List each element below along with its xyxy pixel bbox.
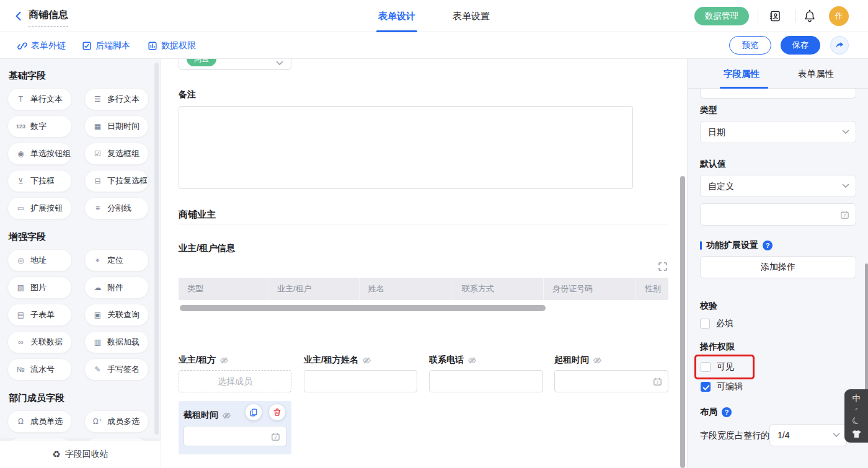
save-button[interactable]: 保存 [781,36,820,55]
sidebar-item-number[interactable]: 123数字 [7,115,72,138]
subform-icon: ▤ [16,311,26,319]
tab-form-settings[interactable]: 表单设置 [453,0,490,32]
sidebar-scrollbar[interactable] [154,63,159,435]
editable-checkbox[interactable] [701,382,711,392]
chevron-down-icon [842,130,849,135]
sidebar-item-signature[interactable]: ✎手写签名 [84,358,149,381]
field-width-select[interactable]: 1/4 [769,424,847,446]
help-icon[interactable]: ? [763,241,773,250]
sidebar-item-multi-line-text[interactable]: ☰多行文本 [84,88,149,110]
remark-textarea[interactable] [179,106,633,189]
column-header: 身份证号码 [544,278,636,300]
form-external-link-label: 表单外链 [31,40,66,51]
avatar[interactable]: 作 [829,6,849,26]
notifications-button[interactable] [802,8,818,24]
language-toggle[interactable]: 中 [852,394,861,402]
type-select[interactable]: 日期 [700,121,856,143]
sidebar-item-address[interactable]: ◎地址 [7,249,72,272]
dark-mode-moon-icon[interactable]: ☾ [851,415,862,427]
column-header: 联系方式 [453,278,544,300]
form-canvas: 闲置 备注 商铺业主 业主/租户信息 类型 业主/租户 姓名 联系方式 身份证号… [161,59,687,468]
calendar-icon: 7 [271,432,280,441]
default-date-input[interactable]: 7 [700,203,856,226]
owner-name-input[interactable] [304,370,417,392]
serial-number-icon: № [16,365,26,374]
sidebar-item-data-load[interactable]: ▥数据加载 [84,331,149,353]
eye-off-icon [593,356,602,365]
sidebar-item-linked-query[interactable]: ▣关联查询 [84,304,149,326]
extension-settings-label: 功能扩展设置 [706,240,758,251]
visible-checkbox[interactable] [701,362,711,372]
sidebar-item-locate[interactable]: ⌖定位 [84,249,149,272]
tab-form-properties[interactable]: 表单属性 [798,59,834,89]
sidebar-item-image[interactable]: ▧图片 [7,276,72,299]
required-checkbox-row[interactable]: 必填 [700,318,733,329]
phone-field-label: 联系电话 [429,355,477,366]
lease-end-field-selected[interactable]: 截租时间 7 [179,401,291,454]
sidebar-item-checkbox-group[interactable]: ☑复选框组 [84,143,149,165]
bell-icon [802,9,817,24]
sidebar-item-radio-group[interactable]: ◉单选按钮组 [7,143,72,165]
required-label: 必填 [716,318,733,329]
add-action-button[interactable]: 添加操作 [700,256,856,278]
subform-horizontal-scrollbar[interactable] [180,305,546,311]
gender-mini-icon: ♂ [854,407,859,412]
backend-script-link[interactable]: 后端脚本 [82,32,130,59]
default-value-select[interactable]: 自定义 [700,175,856,197]
translate-extension-widget[interactable]: 中 ♂ ☾ [844,389,868,443]
visible-label: 可见 [717,361,734,373]
preview-button[interactable]: 预览 [729,36,771,55]
tab-field-properties[interactable]: 字段属性 [724,59,760,89]
header-divider [758,10,758,22]
sidebar-item-member-single[interactable]: Ω成员单选 [7,410,72,433]
sidebar-item-dropdown[interactable]: ⊻下拉框 [7,170,72,192]
sidebar-item-single-line-text[interactable]: T单行文本 [7,88,72,110]
back-button[interactable] [11,9,26,24]
copy-field-button[interactable] [246,404,262,420]
editable-checkbox-row[interactable]: 可编辑 [701,381,743,392]
form-external-link[interactable]: 表单外链 [17,32,66,59]
lease-end-date-input[interactable]: 7 [184,426,286,446]
subform-expand-button[interactable] [657,261,668,272]
permission-label: 操作权限 [700,342,735,353]
sidebar-item-multi-dropdown[interactable]: ⊟下拉复选框 [84,170,149,192]
data-manage-button[interactable]: 数据管理 [694,7,749,25]
sidebar-item-extend-button[interactable]: ▭扩展按钮 [7,197,72,219]
sidebar-item-datetime[interactable]: ▦日期时间 [84,115,149,138]
sidebar-item-attachment[interactable]: ☁附件 [84,276,149,299]
visible-checkbox-row[interactable]: 可见 [701,361,734,373]
sidebar-item-linked-data[interactable]: ∞关联数据 [7,331,72,353]
canvas-vertical-scrollbar[interactable] [680,176,685,468]
recycle-icon: ♻ [52,449,60,460]
sidebar-item-subform[interactable]: ▤子表单 [7,304,72,326]
field-name-input-partial[interactable] [700,89,856,99]
contacts-button[interactable] [767,8,783,24]
eye-off-icon [467,356,477,365]
help-icon[interactable]: ? [722,407,732,417]
sidebar-item-member-multi[interactable]: Ω⁺成员多选 [84,410,149,433]
field-width-label: 字段宽度占整行的 [700,424,769,446]
subform-title: 业主/租户信息 [179,242,235,254]
recycle-label: 字段回收站 [65,449,108,460]
tab-form-design[interactable]: 表单设计 [378,0,415,32]
owner-member-picker[interactable]: 选择成员 [179,370,291,392]
data-permission-link[interactable]: 数据权限 [148,32,196,59]
theme-shirt-icon[interactable] [851,430,862,438]
share-button[interactable] [830,36,849,55]
column-header: 姓名 [360,278,453,300]
sidebar-item-serial-number[interactable]: №流水号 [7,358,72,381]
field-recycle-bin[interactable]: ♻ 字段回收站 [0,441,161,468]
phone-input[interactable] [429,370,543,392]
copy-icon [249,408,258,417]
delete-field-button[interactable] [269,404,285,420]
status-select[interactable]: 闲置 [179,59,291,70]
required-checkbox[interactable] [700,319,710,329]
single-line-text-icon: T [16,95,26,104]
radio-group-icon: ◉ [16,149,26,158]
validation-label: 校验 [700,301,717,312]
lease-start-date-input[interactable]: 7 [554,370,668,392]
sidebar-item-divider-field[interactable]: ≡分割线 [84,197,149,219]
column-header: 类型 [179,278,268,300]
subform-table-header: 类型 业主/租户 姓名 联系方式 身份证号码 性别 [179,278,668,300]
multi-line-text-icon: ☰ [92,95,103,104]
